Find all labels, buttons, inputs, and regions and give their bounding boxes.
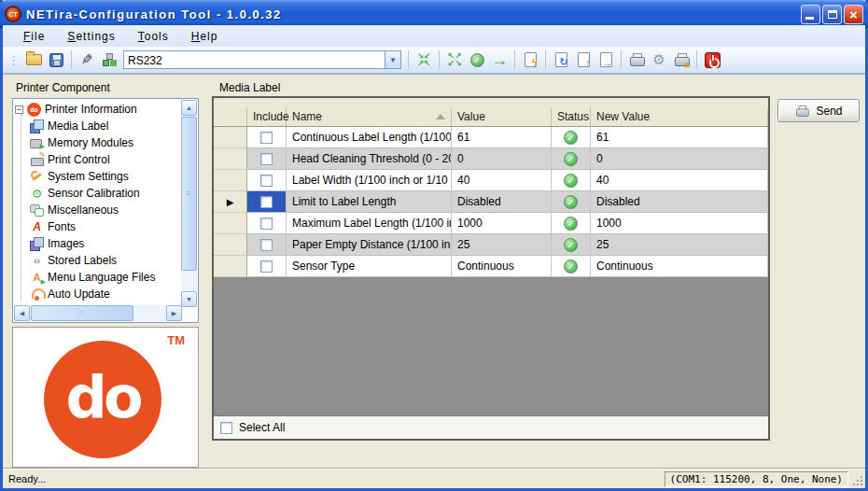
column-header-new-value[interactable]: New Value — [591, 107, 768, 126]
value-cell[interactable]: 61 — [452, 127, 552, 148]
tree-item-miscellaneous[interactable]: Miscellaneous — [15, 202, 181, 218]
tree-item-images[interactable]: Images — [15, 235, 181, 252]
include-checkbox[interactable] — [260, 175, 273, 187]
grid-row-continuous-label-length[interactable]: Continuous Label Length (1/100 i... 61 ✓… — [214, 127, 768, 148]
column-header-include[interactable]: Include — [247, 107, 287, 126]
value-cell[interactable]: Continuous — [452, 256, 552, 277]
grid-row-maximum-label-length[interactable]: Maximum Label Length (1/100 in... 1000 ✓… — [214, 213, 768, 234]
tree-item-memory-modules[interactable]: Memory Modules — [15, 134, 181, 151]
send-all-button[interactable]: ↖↗↙↘ — [443, 49, 466, 71]
scroll-up-button[interactable]: ▲ — [181, 100, 197, 116]
include-cell[interactable] — [247, 213, 287, 234]
column-header-selector[interactable] — [214, 107, 247, 126]
include-cell[interactable] — [247, 234, 287, 256]
titlebar[interactable]: CT NETira-Configuration Tool - 1.0.0.32 … — [0, 0, 868, 28]
name-cell[interactable]: Limit to Label Length — [287, 191, 452, 213]
grid-row-limit-to-label-length-selected[interactable]: ▶ Limit to Label Length Disabled ✓ Disab… — [214, 191, 768, 213]
tree-item-stored-labels[interactable]: ‹› Stored Labels — [15, 252, 181, 269]
column-header-name[interactable]: Name — [287, 107, 452, 126]
row-selector[interactable] — [214, 234, 247, 256]
network-setup-button[interactable] — [98, 49, 120, 71]
save-file-button[interactable] — [45, 49, 67, 71]
value-cell[interactable]: Disabled — [452, 191, 552, 213]
name-cell[interactable]: Maximum Label Length (1/100 in... — [287, 213, 452, 234]
row-selector[interactable] — [214, 127, 247, 148]
value-cell[interactable]: 0 — [452, 148, 552, 170]
vertical-scroll-thumb[interactable]: ≡ — [181, 117, 197, 271]
close-button[interactable]: × — [844, 5, 863, 24]
menu-item-settings[interactable]: Settings — [56, 27, 126, 46]
menu-item-tools[interactable]: Tools — [127, 27, 180, 46]
tree-item-sensor-calibration[interactable]: ⚙ Sensor Calibration — [15, 185, 181, 202]
include-checkbox[interactable] — [260, 239, 273, 251]
tree-item-fonts[interactable]: A Fonts — [15, 218, 181, 235]
include-cell[interactable] — [247, 191, 287, 213]
include-checkbox[interactable] — [260, 196, 273, 208]
include-checkbox[interactable] — [260, 132, 273, 144]
value-cell[interactable]: 1000 — [452, 213, 552, 234]
include-cell[interactable] — [247, 127, 287, 148]
row-selector[interactable] — [214, 148, 247, 170]
new-value-cell[interactable]: 61 — [591, 127, 768, 148]
new-value-cell[interactable]: 0 — [591, 148, 768, 170]
scroll-right-button[interactable]: ▶ — [166, 305, 182, 321]
grid-row-label-width[interactable]: Label Width (1/100 inch or 1/10 m... 40 … — [214, 170, 768, 191]
include-cell[interactable] — [247, 148, 287, 170]
tree-item-printer-information[interactable]: − do Printer Information — [15, 101, 181, 118]
upload-file-button[interactable] — [572, 49, 595, 71]
menu-item-file[interactable]: File — [12, 27, 56, 46]
open-file-button[interactable] — [22, 49, 45, 71]
new-value-cell[interactable]: 1000 — [591, 213, 768, 234]
combobox-dropdown-button[interactable]: ▼ — [385, 51, 400, 68]
column-header-value[interactable]: Value — [452, 107, 552, 126]
select-all-checkbox[interactable] — [220, 422, 232, 434]
tree-item-menu-language-files[interactable]: A Menu Language Files — [15, 269, 181, 286]
name-cell[interactable]: Head Cleaning Threshold (0 - 20... — [287, 148, 452, 170]
include-checkbox[interactable] — [260, 217, 273, 230]
tree-item-system-settings[interactable]: System Settings — [15, 168, 181, 185]
send-button[interactable]: Send — [777, 99, 860, 122]
refresh-file-button[interactable] — [550, 49, 572, 71]
tree-item-print-control[interactable]: Print Control — [15, 151, 181, 168]
tree-vertical-scrollbar[interactable]: ▲ ≡ ▼ — [181, 100, 197, 307]
row-selector[interactable] — [214, 213, 247, 234]
name-cell[interactable]: Label Width (1/100 inch or 1/10 m... — [287, 170, 452, 191]
new-value-cell[interactable]: Continuous — [591, 256, 768, 277]
row-selector-current[interactable]: ▶ — [214, 191, 247, 213]
connection-combobox[interactable]: RS232 ▼ — [123, 50, 401, 69]
value-cell[interactable]: 40 — [452, 170, 552, 191]
new-value-cell[interactable]: 25 — [591, 234, 768, 256]
new-value-cell[interactable]: Disabled — [591, 191, 768, 213]
row-selector[interactable] — [214, 170, 247, 191]
horizontal-scroll-thumb[interactable]: ∷ — [31, 305, 133, 321]
include-checkbox[interactable] — [260, 153, 273, 165]
minimize-button[interactable] — [801, 5, 820, 24]
flash-file-button[interactable] — [519, 49, 541, 71]
toolbar-grip[interactable]: ⋮ — [7, 53, 20, 67]
export-file-button[interactable] — [595, 49, 617, 71]
menu-item-help[interactable]: Help — [180, 27, 230, 46]
query-printer-button[interactable]: ↘↙↗↖ — [413, 49, 435, 71]
disconnect-button[interactable] — [701, 49, 723, 71]
apply-button[interactable]: ✓ — [466, 49, 488, 71]
collapse-icon[interactable]: − — [15, 105, 23, 114]
edit-button[interactable]: ✎ — [76, 49, 98, 71]
include-checkbox[interactable] — [260, 260, 273, 273]
grid-row-head-cleaning-threshold[interactable]: Head Cleaning Threshold (0 - 20... 0 ✓ 0 — [214, 148, 768, 170]
column-header-status[interactable]: Status — [552, 107, 591, 126]
scroll-left-button[interactable]: ◀ — [14, 305, 30, 321]
print-button[interactable] — [625, 49, 648, 71]
include-cell[interactable] — [247, 256, 287, 277]
forward-button[interactable]: → — [488, 49, 511, 71]
include-cell[interactable] — [247, 170, 287, 191]
grid-row-sensor-type[interactable]: Sensor Type Continuous ✓ Continuous — [214, 256, 768, 277]
tree-item-media-label[interactable]: Media Label — [15, 118, 181, 134]
name-cell[interactable]: Sensor Type — [287, 256, 452, 277]
printer-warning-button[interactable]: ▲ — [670, 49, 693, 71]
name-cell[interactable]: Paper Empty Distance (1/100 inc... — [287, 234, 452, 256]
scroll-down-button[interactable]: ▼ — [181, 291, 197, 307]
row-selector[interactable] — [214, 256, 247, 277]
configure-button[interactable]: ⚙ — [648, 49, 670, 71]
name-cell[interactable]: Continuous Label Length (1/100 i... — [287, 127, 452, 148]
value-cell[interactable]: 25 — [452, 234, 552, 256]
